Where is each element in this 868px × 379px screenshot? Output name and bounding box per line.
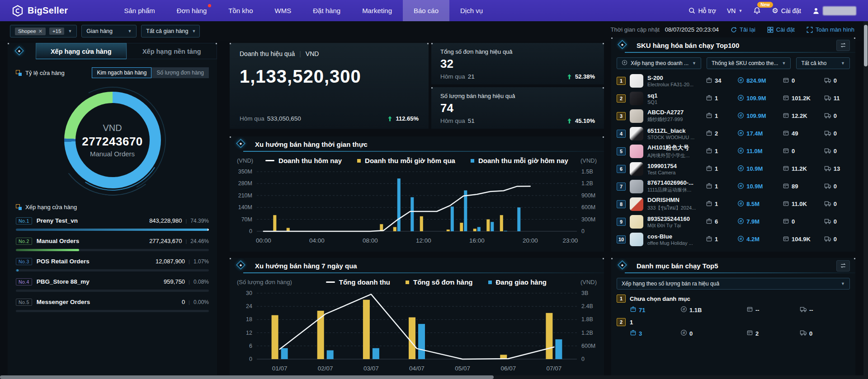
sku-shipping-icon <box>824 200 831 208</box>
legend-item[interactable]: Doanh thu mỗi giờ hôm nay <box>471 157 568 164</box>
language-switcher[interactable]: VN ▼ <box>727 7 742 14</box>
shop-select[interactable]: Tất cả gian hàng▼ <box>141 25 200 37</box>
nav-item-1[interactable]: Sản phẩm <box>113 0 165 21</box>
user-account[interactable] <box>812 6 856 15</box>
value-separator: | <box>185 239 187 244</box>
shop-type-select[interactable]: Gian hàng▼ <box>81 25 137 37</box>
nav-item-8[interactable]: Dịch vụ <box>449 0 494 21</box>
sku-revenue-icon: đ <box>737 165 744 173</box>
legend-item[interactable]: Tổng doanh thu <box>326 278 390 286</box>
top-sku-panel: SKU hàng hóa bán chạy Top100 Xếp hạng th… <box>611 37 855 252</box>
sales-value: 74 <box>440 101 595 115</box>
legend-items: Doanh thu hôm nayDoanh thu mỗi giờ hôm q… <box>265 157 568 164</box>
product-thumbnail <box>630 180 643 193</box>
metric-toggle-2[interactable]: Số lượng đơn hàng <box>151 67 209 78</box>
sku-row[interactable]: 8DORISHMN333【รุ่นใหม่】2024...1đ8.5M11.0K… <box>611 195 855 213</box>
store-rank-row[interactable]: No.2Manual Orders277,243,670|24.46% <box>16 238 209 251</box>
swap-panel-button[interactable] <box>836 260 850 271</box>
sku-row[interactable]: 3ABCD-A2727婚纱婚纱27-9991đ109.9M12.2K0 <box>611 107 855 125</box>
sku-subtitle: A跨境外贸小学生... <box>647 152 702 159</box>
left-axis-unit-label: (Số lượng đơn hàng) <box>237 279 292 285</box>
legend-label: Tổng doanh thu <box>339 278 390 286</box>
sku-filter-select-1[interactable]: Xếp hạng theo doanh ...▼ <box>617 57 701 69</box>
swap-panel-button[interactable] <box>836 40 850 51</box>
sku-filter-select-2[interactable]: Thống kê SKU combo the...▼ <box>707 57 791 69</box>
category-rank-badge: 1 <box>617 295 626 303</box>
sku-stock: 0 <box>783 218 820 226</box>
nav-item-7[interactable]: Báo cáo <box>403 0 449 21</box>
sku-row[interactable]: 98935235244160Một Đời Tự Tại6đ7.9M00 <box>611 213 855 230</box>
filters-group: Shopee✕ +15 ▼ Gian hàng▼ Tất cả gian hàn… <box>10 25 200 37</box>
revenue-kpi-title: Doanh thu hiệu quả|VND <box>240 50 419 57</box>
category-stock: 2 <box>746 329 800 337</box>
sku-row[interactable]: 1S-200Electrolux FA31-20...34đ824.9M00 <box>611 72 855 89</box>
sku-revenue-value: 11.0M <box>746 148 762 154</box>
legend-item[interactable]: Tổng số đơn hàng <box>406 278 472 286</box>
settings-button[interactable]: ⚙ Cài đặt <box>772 7 801 14</box>
sku-revenue: đ824.9M <box>737 77 778 85</box>
sku-stock-value: 0 <box>792 148 795 154</box>
vertical-scrollbar-thumb[interactable] <box>864 25 868 66</box>
sku-shipping-value: 0 <box>834 236 837 243</box>
reload-button[interactable]: Tải lại <box>731 26 755 33</box>
revenue-yesterday-row: Hôm qua533,050,650 112.65% <box>240 115 419 122</box>
updated-time: 08/07/2025 20:23:04 <box>665 26 719 33</box>
dashboard-settings-button[interactable]: Cài đặt <box>767 26 795 33</box>
sku-row[interactable]: 6109901754Test Camera1đ10.9M11.2K13 <box>611 160 855 178</box>
nav-item-3[interactable]: Tồn kho <box>217 0 264 21</box>
metric-toggle-1[interactable]: Kim ngạch bán hàng <box>92 67 151 78</box>
category-row[interactable]: 213đ020 <box>611 315 855 337</box>
store-rank-row[interactable]: No.1Preny Test_vn843,228,980|74.39% <box>16 217 209 231</box>
category-shipping-icon <box>800 329 807 337</box>
sku-row[interactable]: 10cos-Blueoffee Mug Holiday ...1đ4.2M104… <box>611 230 855 248</box>
left-panel-tab-1[interactable]: Xếp hạng cửa hàng <box>36 43 127 59</box>
nav-item-5[interactable]: Đặt hàng <box>302 0 351 21</box>
category-sales-qty-icon <box>630 306 637 314</box>
brand-logo[interactable]: BigSeller <box>12 5 68 17</box>
platform-multiselect[interactable]: Shopee✕ +15 ▼ <box>10 25 77 37</box>
nav-item-2[interactable]: Đơn hàng <box>166 0 218 21</box>
svg-text:30: 30 <box>246 290 252 296</box>
sku-sales-qty-icon <box>706 77 712 85</box>
fullscreen-button[interactable]: Toàn màn hình <box>807 26 854 33</box>
support-link[interactable]: Hỗ trợ <box>689 7 716 14</box>
store-rank-values: 12,087,900|1.07% <box>156 258 209 265</box>
legend-item[interactable]: Đang giao hàng <box>488 278 547 286</box>
left-panel-tab-2[interactable]: Xếp hạng nền tảng <box>127 43 217 59</box>
sku-sales-qty: 34 <box>706 77 733 85</box>
sku-name: AH101粉色大号 <box>647 144 702 152</box>
notifications-button[interactable]: New <box>753 7 761 14</box>
sku-filter-select-3[interactable]: Tất cả kho▼ <box>796 57 850 69</box>
swap-icon <box>840 263 846 268</box>
nav-item-4[interactable]: WMS <box>264 0 302 21</box>
nav-item-6[interactable]: Marketing <box>351 0 403 21</box>
platform-tag[interactable]: Shopee✕ <box>15 28 46 35</box>
sku-name-box: AH101粉色大号A跨境外贸小学生... <box>647 144 702 159</box>
category-sort-select[interactable]: Xếp hạng theo số lượng bán ra hiệu quả ▼ <box>617 278 850 290</box>
sku-name-box: 876714026960-...1111品牌运动服休... <box>647 179 702 193</box>
remove-tag-icon[interactable]: ✕ <box>38 28 42 34</box>
gear-icon: ⚙ <box>772 7 778 14</box>
category-stock-value: 2 <box>755 330 759 337</box>
sku-row[interactable]: 5AH101粉色大号A跨境外贸小学生...1đ11.0M00 <box>611 142 855 160</box>
sales-kpi-card: Số lượng bán hàng hiệu quả 74 Hôm qua51 … <box>431 87 604 129</box>
sku-row[interactable]: 2sq1SQ11đ109.9M101.2K11 <box>611 89 855 107</box>
sku-revenue: đ10.9M <box>737 182 778 191</box>
store-rank-row[interactable]: No.3POS Retail Orders12,087,900|1.07% <box>16 258 209 271</box>
sku-stock-icon <box>783 77 789 85</box>
store-percent: 0.08% <box>193 279 209 285</box>
sku-row[interactable]: 7876714026960-...1111品牌运动服休...1đ10.9M890 <box>611 178 855 195</box>
settings-label: Cài đặt <box>781 7 801 14</box>
category-row[interactable]: 1Chưa chọn danh mục71đ1.1B---- <box>611 291 855 314</box>
legend-item[interactable]: Doanh thu mỗi giờ hôm qua <box>357 157 455 164</box>
store-rank-row[interactable]: No.4PBG_Store 88_my959,750|0.08% <box>16 278 209 292</box>
svg-text:70M: 70M <box>241 216 252 223</box>
horizontal-scrollbar-thumb[interactable] <box>0 375 494 379</box>
sku-sales-qty-value: 2 <box>715 130 718 137</box>
sku-row[interactable]: 46511ZL_blackSTOCK WOOHUU ...2đ17.4M490 <box>611 125 855 142</box>
legend-item[interactable]: Doanh thu hôm nay <box>265 157 342 164</box>
sku-rank-badge: 1 <box>617 77 626 85</box>
sku-stock-icon <box>783 130 789 138</box>
sku-stock: 104.9K <box>783 235 820 243</box>
store-rank-row[interactable]: No.5Messenger Orders0|0.00% <box>16 299 209 312</box>
